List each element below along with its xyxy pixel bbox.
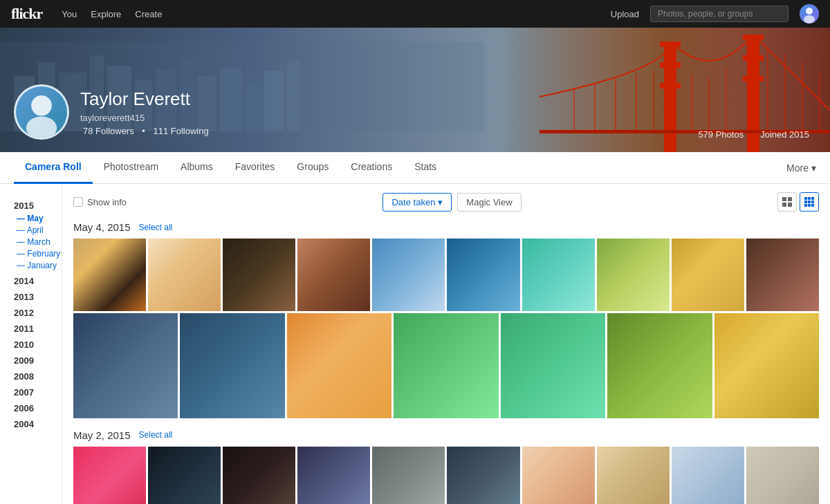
svg-rect-47	[804, 200, 807, 203]
sidebar-month-may[interactable]: May	[14, 214, 62, 223]
photo-thumb[interactable]	[148, 447, 221, 504]
photo-thumb[interactable]	[597, 239, 670, 311]
sidebar-year-2014[interactable]: 2014	[14, 276, 62, 286]
show-info-checkbox[interactable]	[73, 197, 83, 207]
sidebar-year-2009[interactable]: 2009	[14, 355, 62, 366]
svg-rect-52	[811, 204, 814, 207]
sidebar-year-2013[interactable]: 2013	[14, 292, 62, 302]
sidebar-year-2008[interactable]: 2008	[14, 371, 62, 382]
photo-thumb[interactable]	[297, 447, 370, 504]
photo-thumb[interactable]	[223, 447, 295, 504]
show-info-text: Show info	[87, 197, 127, 207]
photo-thumb[interactable]	[522, 447, 595, 504]
stats-dot: •	[142, 126, 147, 136]
photo-thumb[interactable]	[672, 447, 744, 504]
sidebar-year-2007[interactable]: 2007	[14, 387, 62, 398]
sidebar-year-2010[interactable]: 2010	[14, 339, 62, 350]
photo-thumb[interactable]	[714, 313, 819, 418]
content-area: 2015 May April March February January 20…	[0, 184, 830, 504]
photo-thumb[interactable]	[394, 313, 498, 418]
select-all-may2[interactable]: Select all	[139, 430, 173, 440]
sidebar-year-2015[interactable]: 2015	[14, 200, 62, 211]
sidebar-month-january[interactable]: January	[14, 261, 62, 270]
search-input[interactable]	[650, 6, 788, 22]
photo-thumb[interactable]	[297, 239, 370, 311]
tab-camera-roll[interactable]: Camera Roll	[14, 151, 93, 184]
svg-rect-41	[788, 197, 792, 201]
svg-rect-24	[743, 76, 764, 82]
joined-year: Joined 2015	[760, 129, 809, 140]
show-info-label[interactable]: Show info	[73, 197, 127, 207]
svg-rect-50	[804, 204, 807, 207]
expanded-grid-icon	[804, 197, 814, 207]
flickr-logo[interactable]: flickr	[11, 5, 42, 23]
grid-icon	[782, 197, 792, 207]
expanded-grid-button[interactable]	[800, 192, 819, 212]
grid-view-button[interactable]	[777, 192, 797, 212]
date-label-may4: May 4, 2015	[73, 221, 131, 233]
date-group-may4: May 4, 2015 Select all	[73, 221, 819, 418]
photo-thumb[interactable]	[73, 239, 146, 311]
profile-banner: Taylor Everett tayloreverett415 78 Follo…	[0, 28, 830, 152]
tab-albums[interactable]: Albums	[169, 151, 224, 184]
photo-thumb[interactable]	[180, 313, 284, 418]
main-content: Show info Date taken ▾ Magic View	[62, 184, 830, 504]
svg-rect-44	[804, 197, 807, 200]
photo-thumb[interactable]	[522, 239, 595, 311]
tab-groups[interactable]: Groups	[286, 151, 340, 184]
following-count[interactable]: 111 Following	[154, 126, 209, 136]
sidebar-year-2004[interactable]: 2004	[14, 419, 62, 429]
sidebar-month-march[interactable]: March	[14, 237, 62, 247]
photo-thumb[interactable]	[287, 313, 391, 418]
photo-thumb[interactable]	[447, 447, 519, 504]
toolbar-center: Date taken ▾ Magic View	[135, 193, 769, 212]
photos-count: 579 Photos	[698, 129, 744, 140]
photo-thumb[interactable]	[672, 239, 744, 311]
photo-grid-may2-row1	[73, 447, 819, 504]
sidebar-month-april[interactable]: April	[14, 225, 62, 235]
photo-thumb[interactable]	[447, 239, 519, 311]
date-taken-button[interactable]: Date taken ▾	[382, 193, 452, 212]
photo-thumb[interactable]	[73, 447, 146, 504]
sidebar-year-2006[interactable]: 2006	[14, 403, 62, 413]
photo-thumb[interactable]	[746, 447, 819, 504]
nav-create[interactable]: Create	[135, 9, 162, 19]
nav-right: Upload	[611, 4, 819, 24]
sidebar-year-2012[interactable]: 2012	[14, 308, 62, 318]
photo-thumb[interactable]	[223, 239, 295, 311]
date-header-may4: May 4, 2015 Select all	[73, 221, 819, 233]
photo-grid-may4-row2	[73, 313, 819, 418]
sidebar-year-2011[interactable]: 2011	[14, 324, 62, 334]
photo-thumb[interactable]	[746, 239, 819, 311]
svg-rect-49	[811, 200, 814, 203]
photo-thumb[interactable]	[372, 239, 445, 311]
more-menu[interactable]: More ▾	[786, 162, 816, 174]
svg-rect-43	[788, 203, 792, 207]
svg-point-39	[26, 116, 57, 139]
followers-count[interactable]: 78 Followers	[83, 126, 134, 136]
nav-you[interactable]: You	[62, 9, 77, 19]
photo-thumb[interactable]	[73, 313, 178, 418]
photo-thumb[interactable]	[372, 447, 445, 504]
photo-grid-may4-row1	[73, 239, 819, 311]
photo-thumb[interactable]	[501, 313, 605, 418]
photo-thumb[interactable]	[607, 313, 712, 418]
tab-favorites[interactable]: Favorites	[224, 151, 286, 184]
tab-creations[interactable]: Creations	[340, 151, 403, 184]
nav-explore[interactable]: Explore	[91, 9, 121, 19]
date-label-may2: May 2, 2015	[73, 429, 131, 441]
magic-view-button[interactable]: Magic View	[457, 193, 521, 212]
tab-photostream[interactable]: Photostream	[93, 151, 169, 184]
user-avatar[interactable]	[800, 4, 819, 24]
photo-thumb[interactable]	[148, 239, 221, 311]
profile-avatar[interactable]	[14, 84, 69, 140]
tab-stats[interactable]: Stats	[403, 151, 448, 184]
svg-point-1	[804, 15, 815, 24]
sidebar-month-february[interactable]: February	[14, 249, 62, 259]
svg-rect-23	[743, 55, 764, 61]
photo-thumb[interactable]	[597, 447, 670, 504]
top-navigation: flickr You Explore Create Upload	[0, 0, 830, 28]
select-all-may4[interactable]: Select all	[139, 223, 173, 232]
upload-button[interactable]: Upload	[611, 9, 639, 19]
profile-handle: tayloreverett415	[80, 113, 212, 123]
